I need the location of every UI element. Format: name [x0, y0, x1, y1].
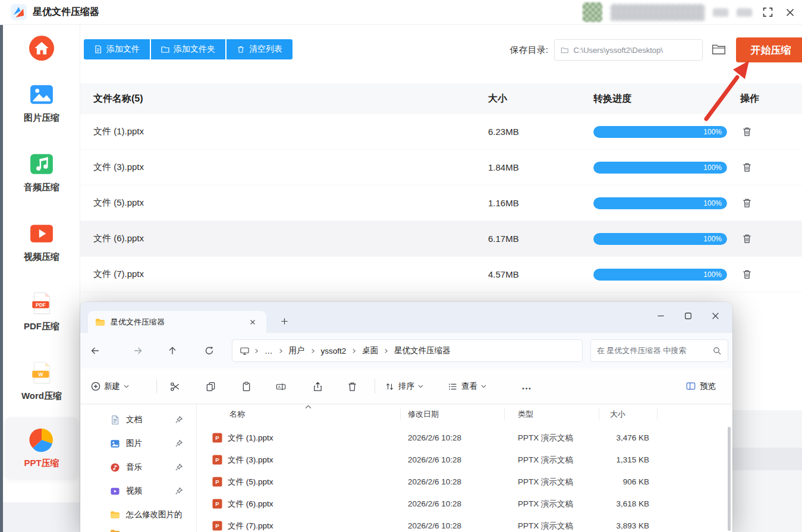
- explorer-file-row[interactable]: P文件 (7).pptx 2026/2/6 10:28 PPTX 演示文稿 3,…: [197, 515, 732, 532]
- add-file-button[interactable]: 添加文件: [84, 39, 150, 59]
- sidebar-item-audio-compress[interactable]: 音频压缩: [5, 141, 78, 203]
- chevron-right-icon: [254, 348, 259, 354]
- sidebar-item-ppt-compress[interactable]: PPT压缩: [5, 417, 78, 479]
- explorer-file-row[interactable]: P文件 (6).pptx 2026/2/6 10:28 PPTX 演示文稿 3,…: [197, 493, 732, 515]
- explorer-search-box[interactable]: [590, 339, 728, 362]
- sort-icon: [385, 382, 395, 392]
- pin-icon: [175, 415, 183, 424]
- sidebar-item-word-compress[interactable]: W Word压缩: [5, 350, 78, 412]
- paste-button[interactable]: [236, 377, 256, 395]
- progress-label: 100%: [703, 199, 722, 207]
- home-button[interactable]: [29, 36, 54, 61]
- table-row[interactable]: 文件 (6).pptx 6.17MB 100%: [80, 221, 802, 257]
- nav-item-videos[interactable]: 视频: [80, 479, 196, 503]
- nav-item-folder[interactable]: 怎么修改图片的: [80, 503, 196, 527]
- delete-file-button[interactable]: [740, 232, 753, 245]
- column-date-modified[interactable]: 修改日期: [401, 408, 505, 420]
- breadcrumb-user[interactable]: yssoft2: [320, 346, 348, 356]
- up-button[interactable]: [162, 341, 183, 360]
- arrow-right-icon: [133, 345, 143, 356]
- breadcrumb-current-folder[interactable]: 星优文件压缩器: [393, 345, 452, 357]
- sidebar-item-label: 视频压缩: [24, 251, 59, 263]
- file-name: 文件 (7).pptx: [80, 269, 488, 280]
- view-button[interactable]: 查看: [448, 377, 486, 395]
- preview-button[interactable]: 预览: [685, 377, 716, 395]
- pptx-file-icon: P: [212, 477, 222, 487]
- delete-file-button[interactable]: [740, 161, 753, 174]
- cut-icon: [169, 381, 181, 392]
- breadcrumb-desktop[interactable]: 桌面: [361, 345, 379, 357]
- minimize-button[interactable]: [647, 306, 674, 326]
- plus-icon: [281, 317, 288, 325]
- sidebar: 图片压缩 音频压缩 视频压缩 PDF PDF压缩 W: [3, 25, 80, 502]
- column-size[interactable]: 大小: [599, 408, 658, 420]
- refresh-button[interactable]: [199, 341, 219, 360]
- table-row[interactable]: 文件 (7).pptx 4.57MB 100%: [80, 257, 802, 292]
- scrollbar[interactable]: [728, 427, 731, 531]
- more-options-button[interactable]: …: [521, 377, 532, 395]
- maximize-button[interactable]: [674, 306, 702, 326]
- explorer-file-row[interactable]: P文件 (5).pptx 2026/2/6 10:28 PPTX 演示文稿 90…: [197, 471, 732, 493]
- close-window-button[interactable]: [702, 306, 729, 326]
- cut-button[interactable]: [165, 377, 185, 395]
- breadcrumb-users[interactable]: 用户: [288, 345, 306, 357]
- chevron-right-icon: [383, 348, 389, 354]
- file-type: PPTX 演示文稿: [505, 521, 599, 531]
- progress-fill: 100%: [593, 162, 727, 174]
- nav-item-label: 视频: [126, 486, 142, 496]
- tab-close-button[interactable]: [246, 316, 259, 329]
- redacted-badge-2: [737, 8, 752, 17]
- share-icon: [312, 381, 323, 392]
- column-name[interactable]: 名称: [197, 408, 401, 420]
- documents-icon: [110, 415, 120, 425]
- table-row[interactable]: 文件 (5).pptx 1.16MB 100%: [80, 185, 802, 221]
- delete-file-button[interactable]: [740, 268, 753, 281]
- svg-text:P: P: [215, 479, 219, 485]
- progress-fill: 100%: [593, 233, 727, 245]
- list-rows: P文件 (1).pptx 2026/2/6 10:28 PPTX 演示文稿 3,…: [197, 427, 732, 532]
- chevron-down-icon: [418, 385, 423, 388]
- copy-button[interactable]: [200, 377, 221, 395]
- app-close-button[interactable]: [783, 5, 797, 20]
- nav-item-pictures[interactable]: 图片: [80, 432, 196, 455]
- progress-fill: 100%: [593, 269, 727, 281]
- nav-item-documents[interactable]: 文档: [80, 408, 196, 432]
- breadcrumb-ellipsis[interactable]: …: [263, 346, 274, 356]
- nav-item-music[interactable]: 音乐: [80, 455, 196, 479]
- new-button[interactable]: 新建: [91, 377, 129, 395]
- delete-button[interactable]: [342, 377, 362, 395]
- explorer-tab[interactable]: 星优文件压缩器: [88, 311, 266, 333]
- explorer-content: 文档 图片 音乐 视频 怎么修改图片的: [80, 404, 732, 532]
- file-size: 1.16MB: [488, 198, 589, 208]
- new-tab-button[interactable]: [276, 313, 292, 329]
- sidebar-item-image-compress[interactable]: 图片压缩: [5, 72, 78, 134]
- share-button[interactable]: [307, 377, 328, 395]
- page-background-right: [732, 410, 802, 532]
- rename-button[interactable]: A: [271, 377, 291, 395]
- sidebar-item-pdf-compress[interactable]: PDF PDF压缩: [5, 281, 78, 342]
- action-cell: [729, 197, 802, 210]
- back-button[interactable]: [85, 341, 105, 360]
- delete-file-button[interactable]: [740, 197, 753, 210]
- table-row[interactable]: 文件 (3).pptx 1.84MB 100%: [80, 150, 802, 185]
- explorer-search-input[interactable]: [597, 347, 709, 355]
- file-name: 文件 (5).pptx: [80, 197, 488, 209]
- explorer-file-row[interactable]: P文件 (3).pptx 2026/2/6 10:28 PPTX 演示文稿 1,…: [197, 449, 732, 471]
- folder-icon: [161, 45, 169, 53]
- progress-label: 100%: [703, 163, 722, 172]
- fullscreen-button[interactable]: [760, 5, 775, 20]
- action-cell: [729, 268, 802, 281]
- sidebar-item-video-compress[interactable]: 视频压缩: [5, 211, 78, 273]
- file-date: 2026/2/6 10:28: [401, 521, 505, 530]
- address-bar[interactable]: … 用户 yssoft2 桌面 星优文件压缩器: [232, 339, 583, 362]
- sort-button[interactable]: 排序: [385, 377, 423, 395]
- progress-bar: 100%: [593, 162, 727, 174]
- forward-button[interactable]: [128, 341, 148, 360]
- add-folder-button[interactable]: 添加文件夹: [151, 39, 225, 59]
- column-type[interactable]: 类型: [505, 408, 599, 420]
- clear-list-button[interactable]: 清空列表: [227, 39, 293, 59]
- new-label: 新建: [104, 381, 120, 392]
- file-name: 文件 (1).pptx: [80, 126, 488, 137]
- column-empty: [658, 408, 732, 420]
- explorer-file-row[interactable]: P文件 (1).pptx 2026/2/6 10:28 PPTX 演示文稿 3,…: [197, 427, 732, 449]
